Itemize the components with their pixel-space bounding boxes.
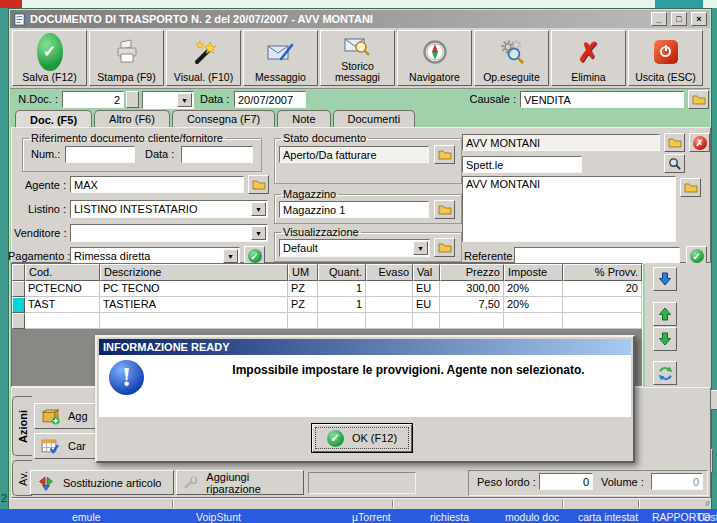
cell-imposte[interactable]: 20% [504,281,563,297]
chevron-down-icon[interactable]: ▼ [413,241,428,255]
cell-um[interactable]: PZ [288,297,318,313]
cell-cod[interactable]: PCTECNO [25,281,100,297]
tab-av[interactable]: Av. [12,460,32,496]
magazzino-input[interactable] [279,201,429,218]
chevron-down-icon[interactable]: ▼ [177,93,192,107]
taskbar-item[interactable]: VoipStunt [196,511,241,523]
resize-grip[interactable]: /// [705,499,709,508]
cell-val[interactable]: EU [413,281,440,297]
col-val[interactable]: Val [413,264,440,281]
referente-input[interactable] [514,247,680,264]
salva-button[interactable]: ✓ Salva (F12) [12,30,87,86]
taskbar-item[interactable]: carta intestat [578,511,638,523]
cliente-folder-button[interactable] [664,133,685,152]
cell-val[interactable]: EU [413,297,440,313]
cell-imposte[interactable]: 20% [504,297,563,313]
col-imposte[interactable]: Imposte [504,264,563,281]
causale-input[interactable] [520,91,684,108]
aggiungi-riparazione-button[interactable]: Aggiungi riparazione [176,470,304,495]
row-marker-selected[interactable] [12,297,25,313]
tab-consegna[interactable]: Consegna (F7) [172,110,275,127]
ndoc-spin-button[interactable] [126,91,139,108]
table-row[interactable]: PCTECNO PC TECNO PZ 1 EU 300,00 20% 20 [12,281,642,297]
refresh-rows-button[interactable] [653,361,677,385]
cell-evaso[interactable] [366,297,413,313]
move-down-button[interactable] [653,327,677,351]
row-marker[interactable] [12,281,25,297]
move-bottom-button[interactable] [653,267,677,291]
tab-altro[interactable]: Altro (F6) [94,110,170,127]
taskbar-item[interactable]: richiesta [430,511,469,523]
tab-note[interactable]: Note [277,110,330,127]
cell-evaso[interactable] [366,281,413,297]
col-provv[interactable]: % Provv. [563,264,642,281]
window-titlebar[interactable]: DOCUMENTO DI TRASPORTO N. 2 del 20/07/20… [10,10,710,28]
rif-num-input[interactable] [65,146,135,163]
visualizza-button[interactable]: Visual. (F10) [166,30,241,86]
cell-descrizione[interactable]: TASTIERA [100,297,288,313]
chevron-down-icon[interactable]: ▼ [251,202,266,216]
taskbar-item[interactable]: Cestino [697,511,717,523]
minimize-button[interactable]: _ [651,12,667,26]
causale-folder-button[interactable] [688,90,709,109]
stampa-button[interactable]: Stampa (F9) [89,30,164,86]
close-button[interactable]: × [691,12,707,26]
col-cod[interactable]: Cod. [25,264,100,281]
maximize-button[interactable]: □ [671,12,687,26]
cliente-clear-button[interactable]: ✗ [689,133,710,152]
storico-messaggi-button[interactable]: Storico messaggi [320,30,395,86]
peso-lordo-input[interactable] [539,473,593,490]
chevron-down-icon[interactable]: ▼ [223,249,238,263]
sostituzione-articolo-button[interactable]: Sostituzione articolo [30,470,174,495]
volume-input[interactable] [651,473,703,490]
visualizzazione-folder-button[interactable] [434,238,455,257]
uscita-button[interactable]: Uscita (ESC) [628,30,703,86]
tab-azioni[interactable]: Azioni [12,396,32,456]
messaggio-button[interactable]: Messaggio [243,30,318,86]
cell-um[interactable]: PZ [288,281,318,297]
row-marker[interactable] [12,313,25,329]
op-eseguite-button[interactable]: Op.eseguite [474,30,549,86]
cell-provv[interactable] [563,297,642,313]
ndoc-input[interactable] [62,91,124,108]
rif-data-input[interactable] [181,146,253,163]
cell-descrizione[interactable]: PC TECNO [100,281,288,297]
col-quant[interactable]: Quant. [318,264,366,281]
cell-quant[interactable]: 1 [318,281,366,297]
taskbar-item[interactable]: modulo doc [505,511,559,523]
cell-cod[interactable]: TAST [25,297,100,313]
table-row-empty[interactable] [12,313,642,329]
tab-documenti[interactable]: Documenti [333,110,416,127]
navigatore-button[interactable]: Navigatore [397,30,472,86]
magazzino-folder-button[interactable] [434,200,455,219]
cliente-nome-input[interactable] [462,134,660,151]
table-row[interactable]: TAST TASTIERA PZ 1 EU 7,50 20% [12,297,642,313]
data-input[interactable] [234,91,306,108]
venditore-combo[interactable]: ▼ [70,224,268,242]
stato-folder-button[interactable] [434,145,455,164]
dialog-titlebar[interactable]: INFORMAZIONE READY [99,339,631,355]
tab-doc[interactable]: Doc. (F5) [15,110,92,128]
col-prezzo[interactable]: Prezzo [440,264,504,281]
indirizzo-folder-button[interactable] [680,178,701,197]
col-descrizione[interactable]: Descrizione [100,264,288,281]
cell-provv[interactable]: 20 [563,281,642,297]
col-evaso[interactable]: Evaso [366,264,413,281]
move-up-button[interactable] [653,302,677,326]
taskbar-item[interactable]: µTorrent [352,511,391,523]
cell-prezzo[interactable]: 300,00 [440,281,504,297]
agente-input[interactable] [70,176,244,193]
doc-type-combo[interactable]: ▼ [142,91,194,109]
elimina-button[interactable]: ✗ Elimina [551,30,626,86]
cell-prezzo[interactable]: 7,50 [440,297,504,313]
cliente-titolo-input[interactable] [462,156,582,173]
col-um[interactable]: UM [288,264,318,281]
listino-combo[interactable]: LISTINO INTESTATARIO ▼ [70,200,268,218]
ok-button[interactable]: ✓ OK (F12) [311,423,413,453]
taskbar-item[interactable]: emule [72,511,101,523]
cell-quant[interactable]: 1 [318,297,366,313]
stato-documento-input[interactable] [279,146,429,163]
cliente-indirizzo-textarea[interactable]: AVV MONTANI [462,176,676,242]
chevron-down-icon[interactable]: ▼ [251,226,266,240]
cliente-search-button[interactable] [664,154,685,173]
